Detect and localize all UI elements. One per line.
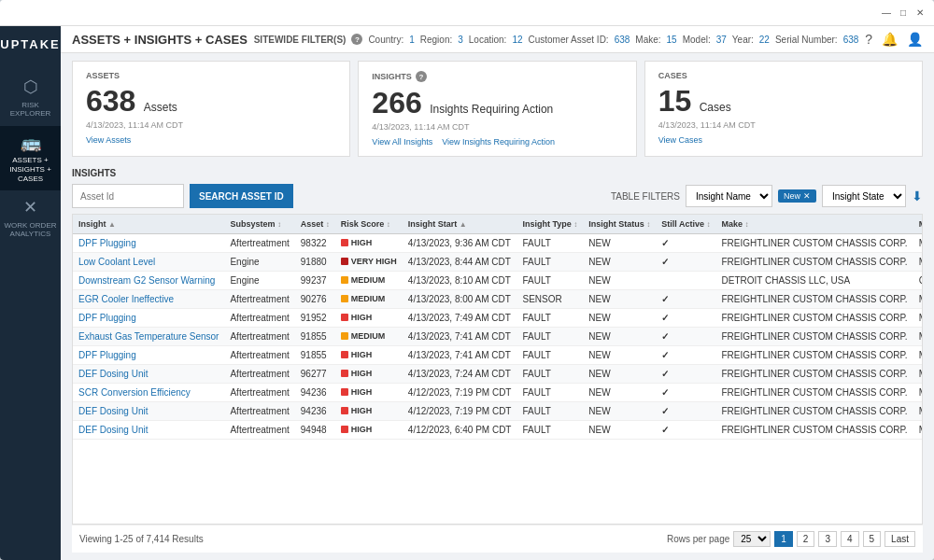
page-1-button[interactable]: 1 [774,531,793,547]
cell-start: 4/13/2023, 8:44 AM CDT [403,253,517,272]
table-footer: Viewing 1-25 of 7,414 Results Rows per p… [72,525,923,553]
region-value[interactable]: 3 [458,35,463,45]
year-label: Year: [732,35,754,45]
app-window: — □ ✕ UPTAKE ⬡ RISKEXPLORER 🚌 ASSETS +IN… [0,0,934,560]
customer-label: Customer Asset ID: [529,35,609,45]
make-value[interactable]: 15 [667,35,677,45]
make-label: Make: [635,35,660,45]
col-still-active[interactable]: Still Active ↕ [656,215,715,234]
page-title: ASSETS + INSIGHTS + CASES [72,33,248,47]
cell-asset: 94948 [295,421,335,440]
cell-type: FAULT [517,402,583,421]
page-3-button[interactable]: 3 [818,531,837,547]
col-subsystem[interactable]: Subsystem ↕ [224,215,294,234]
col-make[interactable]: Make ↕ [716,215,913,234]
year-value[interactable]: 22 [759,35,770,45]
cell-type: FAULT [517,384,583,402]
cell-subsystem: Aftertreatment [224,309,294,328]
cell-asset: 94236 [295,384,335,402]
filters-info-icon[interactable]: ? [351,34,362,45]
cell-subsystem: Engine [224,272,294,290]
close-button[interactable]: ✕ [913,7,927,20]
sidebar-item-assets[interactable]: 🚌 ASSETS +INSIGHTS +CASES [0,126,61,190]
cell-risk: VERY HIGH [335,253,403,272]
search-button[interactable]: SEARCH ASSET ID [190,184,293,208]
assets-number-desc: 638 Assets [86,84,336,119]
cell-insight: DPF Plugging [73,309,224,328]
last-page-button[interactable]: Last [884,531,915,547]
sidebar-item-label-assets: ASSETS +INSIGHTS +CASES [9,156,51,183]
help-icon[interactable]: ? [865,32,872,47]
page-4-button[interactable]: 4 [841,531,859,547]
location-label: Location: [469,35,507,45]
col-insight-status[interactable]: Insight Status ↕ [583,215,656,234]
cell-risk: HIGH [335,365,403,384]
view-all-insights-link[interactable]: View All Insights [372,137,432,147]
download-icon[interactable]: ⬇ [912,189,923,203]
insights-count: 266 [372,86,421,119]
cell-insight: Low Coolant Level [73,253,224,272]
cell-subsystem: Aftertreatment [224,328,294,346]
cell-status: NEW [583,272,656,290]
app-logo: UPTAKE [0,34,60,55]
cell-subsystem: Aftertreatment [224,290,294,309]
minimize-button[interactable]: — [880,7,893,20]
table-row: Downstream G2 Sensor Warning Engine 9923… [73,272,923,290]
search-input[interactable] [72,184,184,208]
cell-insight: EGR Cooler Ineffective [73,290,224,309]
col-insight[interactable]: Insight ▲ [73,215,224,234]
cell-start: 4/13/2023, 8:10 AM CDT [403,272,517,290]
insights-info-icon[interactable]: ? [416,71,427,82]
new-filter-x[interactable]: ✕ [803,191,811,201]
cell-subsystem: Engine [224,253,294,272]
cell-start: 4/13/2023, 7:49 AM CDT [403,309,517,328]
view-assets-link[interactable]: View Assets [86,135,336,145]
col-insight-start[interactable]: Insight Start ▲ [403,215,517,234]
col-model[interactable]: Model ↕ [913,215,923,234]
cell-model: MT 55 Chassis [913,402,923,421]
view-insights-requiring-action-link[interactable]: View Insights Requiring Action [442,137,555,147]
cell-asset: 91952 [295,309,335,328]
cell-start: 4/12/2023, 7:19 PM CDT [403,384,517,402]
page-2-button[interactable]: 2 [797,531,815,547]
view-cases-link[interactable]: View Cases [658,135,909,145]
cell-asset: 90276 [295,290,335,309]
top-icons: ? 🔔 👤 [865,32,923,47]
cell-asset: 98322 [295,234,335,253]
cell-make: FREIGHTLINER CUSTOM CHASSIS CORP. [716,365,913,384]
top-bar: ASSETS + INSIGHTS + CASES SITEWIDE FILTE… [61,26,934,53]
cases-desc: Cases [700,101,731,114]
cell-model: MT 45 Chassis [913,234,923,253]
insights-table: Insight ▲ Subsystem ↕ Asset ↕ Risk Score… [73,215,923,440]
location-value[interactable]: 12 [512,35,522,45]
notification-icon[interactable]: 🔔 [882,32,898,47]
col-asset[interactable]: Asset ↕ [295,215,335,234]
cell-type: FAULT [517,253,583,272]
cell-start: 4/13/2023, 7:41 AM CDT [403,328,517,346]
rows-per-page-select[interactable]: 25 [733,531,771,547]
country-value[interactable]: 1 [409,35,415,45]
cell-start: 4/13/2023, 8:00 AM CDT [403,290,517,309]
cases-date: 4/13/2023, 11:14 AM CDT [658,120,909,130]
table-row: DEF Dosing Unit Aftertreatment 94236 HIG… [73,402,923,421]
model-value[interactable]: 37 [716,35,727,45]
table-row: DEF Dosing Unit Aftertreatment 96277 HIG… [73,365,923,384]
new-filter-badge[interactable]: New ✕ [778,189,816,203]
insight-name-filter[interactable]: Insight Name [686,185,772,207]
cell-asset: 96277 [295,365,335,384]
user-icon[interactable]: 👤 [907,32,923,47]
col-insight-type[interactable]: Insight Type ↕ [517,215,583,234]
cell-insight: Downstream G2 Sensor Warning [73,272,224,290]
cell-model: MT 55 Chassis [913,290,923,309]
cell-make: FREIGHTLINER CUSTOM CHASSIS CORP. [716,234,913,253]
cell-model: MT 55 Chassis [913,421,923,440]
col-risk-score[interactable]: Risk Score ↕ [335,215,403,234]
sidebar-item-risk-explorer[interactable]: ⬡ RISKEXPLORER [0,70,61,126]
customer-value[interactable]: 638 [615,35,630,45]
cell-status: NEW [583,365,656,384]
serial-value[interactable]: 638 [843,35,859,45]
insight-state-filter[interactable]: Insight State [822,185,906,207]
page-5-button[interactable]: 5 [863,531,882,547]
sidebar-item-work-order[interactable]: ✕ WORK ORDERANALYTICS [0,190,61,246]
maximize-button[interactable]: □ [897,7,910,20]
